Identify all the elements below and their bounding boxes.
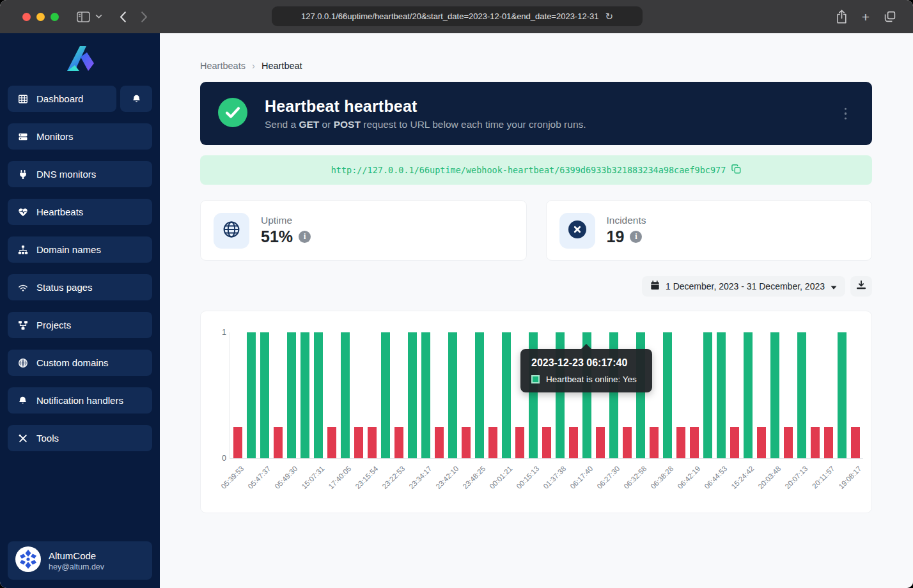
chart-bar-online[interactable]: [448, 332, 457, 458]
chart-bar-offline[interactable]: [730, 427, 739, 458]
globe-icon: [222, 220, 240, 241]
breadcrumb-parent[interactable]: Heartbeats: [200, 61, 246, 71]
sidebar-item-custom-domains[interactable]: Custom domains: [8, 350, 152, 376]
chart-bar-offline[interactable]: [851, 427, 860, 458]
sidebar-item-dashboard[interactable]: Dashboard: [8, 86, 116, 112]
chart-bar-online[interactable]: [744, 332, 753, 458]
chart-bar-offline[interactable]: [515, 427, 524, 458]
url-bar[interactable]: 127.0.0.1/66uptime/heartbeat/20&start_da…: [272, 6, 643, 26]
uptime-value: 51%: [261, 228, 293, 246]
download-icon: [856, 280, 866, 293]
new-tab-icon[interactable]: +: [862, 10, 870, 24]
main-content: Heartbeats › Heartbeat Heartbeat heartbe…: [160, 33, 913, 588]
date-range-picker[interactable]: 1 December, 2023 - 31 December, 2023: [642, 276, 845, 297]
chart-bar-online[interactable]: [421, 332, 430, 458]
chart-bar-offline[interactable]: [327, 427, 336, 458]
chart-bar-online[interactable]: [838, 332, 847, 458]
sidebar-item-notification-handlers[interactable]: Notification handlers: [8, 387, 152, 414]
tooltip-title: 2023-12-23 06:17:40: [520, 357, 652, 369]
sidebar-item-label: Monitors: [36, 131, 74, 142]
sidebar-item-heartbeats[interactable]: Heartbeats: [8, 199, 152, 225]
chart-bar-online[interactable]: [717, 332, 726, 458]
chart-bar-offline[interactable]: [784, 427, 793, 458]
sidebar-nav: DashboardMonitorsDNS monitorsHeartbeatsD…: [0, 86, 160, 451]
chart-bar-offline[interactable]: [435, 427, 444, 458]
chart-bar-offline[interactable]: [542, 427, 551, 458]
app-logo[interactable]: [65, 44, 95, 75]
chart-bar-offline[interactable]: [676, 427, 685, 458]
minimize-window-button[interactable]: [36, 13, 45, 21]
copy-icon[interactable]: [731, 164, 741, 176]
server-icon: [17, 132, 28, 142]
chart-tooltip: 2023-12-23 06:17:40 Heartbeat is online:…: [520, 349, 652, 392]
sidebar-item-projects[interactable]: Projects: [8, 312, 152, 338]
y-axis-tick: 1: [211, 328, 226, 337]
sidebar-item-label: Status pages: [36, 282, 93, 293]
chart-bar-offline[interactable]: [623, 427, 632, 458]
chevron-down-icon[interactable]: [95, 14, 102, 19]
info-icon[interactable]: i: [630, 231, 642, 243]
heart-pulse-icon: [17, 207, 28, 217]
zoom-window-button[interactable]: [51, 13, 59, 21]
chart-bar-online[interactable]: [287, 332, 296, 458]
chart-bar-online[interactable]: [247, 332, 256, 458]
info-icon[interactable]: i: [299, 231, 311, 243]
wifi-icon: [17, 282, 28, 293]
sidebar-item-monitors[interactable]: Monitors: [8, 123, 152, 150]
grid-icon: [17, 94, 28, 104]
reload-icon[interactable]: ↻: [605, 11, 613, 22]
kebab-menu-icon[interactable]: [842, 105, 850, 122]
chart-bar-online[interactable]: [770, 332, 779, 458]
sidebar-item-label: Custom domains: [36, 357, 109, 368]
close-window-button[interactable]: [22, 13, 31, 21]
export-button[interactable]: [850, 276, 872, 297]
notifications-button[interactable]: [120, 86, 152, 112]
chart-bar-offline[interactable]: [824, 427, 833, 458]
bell-icon: [131, 94, 142, 104]
chart-bar-online[interactable]: [341, 332, 350, 458]
chart-bar-online[interactable]: [408, 332, 417, 458]
chart-bar-online[interactable]: [797, 332, 806, 458]
sidebar-item-label: Dashboard: [36, 93, 83, 104]
bell-icon: [17, 396, 28, 406]
webhook-url[interactable]: http://127.0.0.1/66uptime/webhook-heartb…: [331, 165, 726, 175]
chart-bar-offline[interactable]: [488, 427, 497, 458]
chart-bar-online[interactable]: [502, 332, 511, 458]
heartbeat-chart-card: 1 0 05:39:5305:47:3705:49:3015:07:3117:4…: [200, 311, 872, 513]
chart-bar-offline[interactable]: [596, 427, 605, 458]
sidebar-item-dns-monitors[interactable]: DNS monitors: [8, 161, 152, 187]
sidebar-item-domain-names[interactable]: Domain names: [8, 236, 152, 263]
sidebar-item-label: Domain names: [36, 244, 101, 255]
diagram-icon: [17, 320, 28, 330]
chart-bar-offline[interactable]: [650, 427, 659, 458]
chart-bar-offline[interactable]: [274, 427, 283, 458]
sidebar-item-label: Notification handlers: [36, 395, 123, 406]
chart-bar-online[interactable]: [381, 332, 390, 458]
breadcrumb: Heartbeats › Heartbeat: [200, 60, 872, 71]
back-icon[interactable]: [119, 11, 127, 23]
chart-bar-offline[interactable]: [462, 427, 471, 458]
chart-bar-offline[interactable]: [569, 427, 578, 458]
chart-bar-online[interactable]: [703, 332, 712, 458]
chart-bar-offline[interactable]: [394, 427, 403, 458]
chart-bar-online[interactable]: [260, 332, 269, 458]
chart-bar-offline[interactable]: [368, 427, 377, 458]
chart-bar-offline[interactable]: [811, 427, 820, 458]
chart-bar-offline[interactable]: [354, 427, 363, 458]
sidebar-toggle-icon[interactable]: [77, 12, 90, 22]
sidebar-item-tools[interactable]: Tools: [8, 425, 152, 451]
forward-icon[interactable]: [141, 11, 148, 23]
chart-bar-online[interactable]: [475, 332, 484, 458]
chart-bar-online[interactable]: [663, 332, 672, 458]
chart-bar-online[interactable]: [314, 332, 323, 458]
chart-bar-offline[interactable]: [233, 427, 242, 458]
calendar-icon: [650, 281, 660, 292]
chart-bar-online[interactable]: [300, 332, 309, 458]
chart-bar-offline[interactable]: [690, 427, 699, 458]
user-card[interactable]: AltumCode hey@altum.dev: [8, 541, 152, 580]
share-icon[interactable]: [836, 10, 848, 24]
tabs-icon[interactable]: [884, 10, 896, 23]
heartbeat-header-card: Heartbeat heartbeat Send a GET or POST r…: [200, 82, 872, 145]
chart-bar-offline[interactable]: [757, 427, 766, 458]
sidebar-item-status-pages[interactable]: Status pages: [8, 274, 152, 300]
